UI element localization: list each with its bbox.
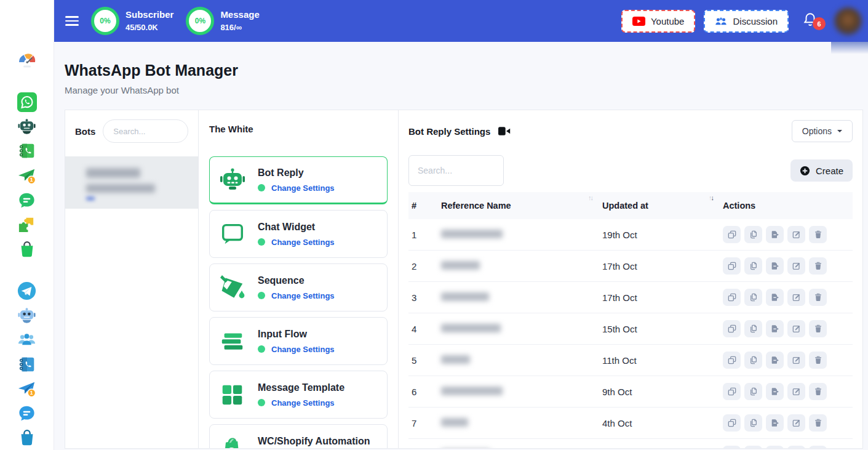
- export-action-button[interactable]: [766, 383, 784, 400]
- copy-action-button[interactable]: [723, 352, 741, 369]
- row-actions: [723, 352, 853, 369]
- discussion-button[interactable]: Discussion: [704, 10, 789, 33]
- page-title: WhatsApp Bot Manager: [65, 62, 863, 79]
- input-flow-card[interactable]: Input Flow Change Settings: [209, 317, 388, 365]
- sidebar-item-telegram[interactable]: [16, 280, 38, 301]
- copy-action-button[interactable]: [723, 226, 741, 243]
- edit-action-button[interactable]: [787, 446, 805, 449]
- change-settings-link[interactable]: Change Settings: [271, 183, 335, 193]
- delete-action-button[interactable]: [809, 446, 827, 449]
- export-icon: [770, 418, 780, 428]
- edit-action-button[interactable]: [787, 352, 805, 369]
- edit-action-button[interactable]: [787, 320, 805, 337]
- sidebar-item-whatsapp-contacts[interactable]: [16, 141, 38, 162]
- edit-icon: [792, 387, 802, 396]
- change-settings-link[interactable]: Change Settings: [271, 398, 335, 408]
- copy-action-button[interactable]: [723, 320, 741, 337]
- wc-shopify-automation-card[interactable]: S WC/Shopify Automation Change Settings: [209, 424, 388, 449]
- duplicate-action-button[interactable]: [744, 383, 762, 400]
- card-title: Message Template: [258, 382, 344, 393]
- copy-action-button[interactable]: [723, 446, 741, 449]
- export-action-button[interactable]: [766, 289, 784, 306]
- telegram-live-chat-icon: [17, 403, 37, 424]
- change-settings-link[interactable]: Change Settings: [271, 291, 335, 300]
- edit-action-button[interactable]: [787, 257, 805, 275]
- duplicate-action-button[interactable]: [744, 226, 762, 243]
- whatsapp-integrations-icon: [17, 214, 37, 235]
- column-header-updated-at: Updated at ↑↓: [602, 192, 723, 219]
- settings-search-input[interactable]: [408, 155, 504, 186]
- export-action-button[interactable]: [766, 414, 784, 432]
- export-action-button[interactable]: [766, 226, 784, 243]
- youtube-label: Youtube: [651, 16, 685, 26]
- duplicate-action-button[interactable]: [744, 257, 762, 275]
- reference-name-redacted: [441, 418, 468, 427]
- export-action-button[interactable]: [766, 320, 784, 337]
- delete-action-button[interactable]: [809, 257, 827, 275]
- telegram-group-icon: [17, 329, 37, 350]
- sidebar-item-telegram-live-chat[interactable]: [16, 403, 38, 424]
- edit-action-button[interactable]: [787, 414, 805, 432]
- edit-action-button[interactable]: [787, 226, 805, 243]
- copy-action-button[interactable]: [723, 257, 741, 275]
- delete-action-button[interactable]: [809, 352, 827, 369]
- delete-action-button[interactable]: [809, 383, 827, 400]
- sidebar-item-whatsapp-live-chat[interactable]: [16, 190, 38, 211]
- video-tutorial-icon[interactable]: [498, 127, 511, 135]
- sequence-card[interactable]: Sequence Change Settings: [209, 263, 388, 311]
- delete-action-button[interactable]: [809, 414, 827, 432]
- youtube-button[interactable]: Youtube: [621, 10, 696, 33]
- sidebar-item-whatsapp-store[interactable]: [16, 239, 38, 260]
- duplicate-action-button[interactable]: [744, 289, 762, 306]
- updated-at: 15th Oct: [602, 324, 723, 334]
- row-number: 4: [412, 324, 441, 334]
- duplicate-action-button[interactable]: [744, 414, 762, 432]
- sidebar-item-telegram-contacts[interactable]: [16, 354, 38, 375]
- sidebar-item-whatsapp-broadcast[interactable]: 1: [16, 165, 38, 186]
- change-settings-link[interactable]: Change Settings: [271, 238, 335, 247]
- sidebar-item-dashboard[interactable]: [16, 50, 38, 71]
- duplicate-action-button[interactable]: [744, 320, 762, 337]
- export-action-button[interactable]: [766, 446, 784, 449]
- change-settings-link[interactable]: Change Settings: [271, 345, 335, 354]
- duplicate-action-button[interactable]: [744, 352, 762, 369]
- sidebar-item-telegram-broadcast[interactable]: 1: [16, 379, 38, 400]
- telegram-icon: [17, 281, 37, 301]
- telegram-broadcast-icon: 1: [17, 379, 37, 399]
- copy-action-button[interactable]: [723, 383, 741, 400]
- duplicate-icon: [749, 292, 759, 302]
- sidebar-item-telegram-bot[interactable]: [16, 305, 38, 326]
- message-stat: 0% Message 816/∞: [186, 7, 259, 35]
- export-action-button[interactable]: [766, 352, 784, 369]
- chat-widget-card[interactable]: Chat Widget Change Settings: [209, 210, 388, 258]
- sort-icon[interactable]: ↑↓: [588, 194, 592, 201]
- sidebar-item-whatsapp-bot[interactable]: [16, 116, 38, 137]
- bot-list-item-selected[interactable]: [65, 156, 198, 209]
- delete-action-button[interactable]: [809, 289, 827, 306]
- edit-action-button[interactable]: [787, 289, 805, 306]
- delete-action-button[interactable]: [809, 226, 827, 243]
- delete-action-button[interactable]: [809, 320, 827, 337]
- edit-icon: [792, 355, 802, 365]
- bots-search-input[interactable]: [103, 119, 188, 143]
- message-template-card[interactable]: Message Template Change Settings: [209, 371, 388, 419]
- copy-action-button[interactable]: [723, 414, 741, 432]
- sort-icon-active[interactable]: ↑↓: [709, 194, 713, 201]
- edit-action-button[interactable]: [787, 383, 805, 400]
- subscriber-stat: 0% Subscriber 45/50.0K: [91, 7, 173, 35]
- notifications-button[interactable]: 6: [802, 11, 818, 31]
- shopify-icon: S: [218, 434, 247, 449]
- input-flow-icon: [218, 327, 247, 355]
- menu-toggle-button[interactable]: [65, 14, 79, 28]
- copy-action-button[interactable]: [723, 289, 741, 306]
- sidebar-item-telegram-group[interactable]: [16, 329, 38, 350]
- export-action-button[interactable]: [766, 257, 784, 275]
- avatar[interactable]: [834, 7, 862, 35]
- sidebar-item-whatsapp-integrations[interactable]: [16, 214, 38, 235]
- sidebar-item-telegram-store[interactable]: [16, 427, 38, 448]
- create-button[interactable]: Create: [790, 159, 853, 182]
- duplicate-action-button[interactable]: [744, 446, 762, 449]
- sidebar-item-whatsapp[interactable]: [16, 92, 38, 113]
- bot-reply-card[interactable]: Bot Reply Change Settings: [209, 156, 388, 204]
- options-button[interactable]: Options: [792, 120, 853, 142]
